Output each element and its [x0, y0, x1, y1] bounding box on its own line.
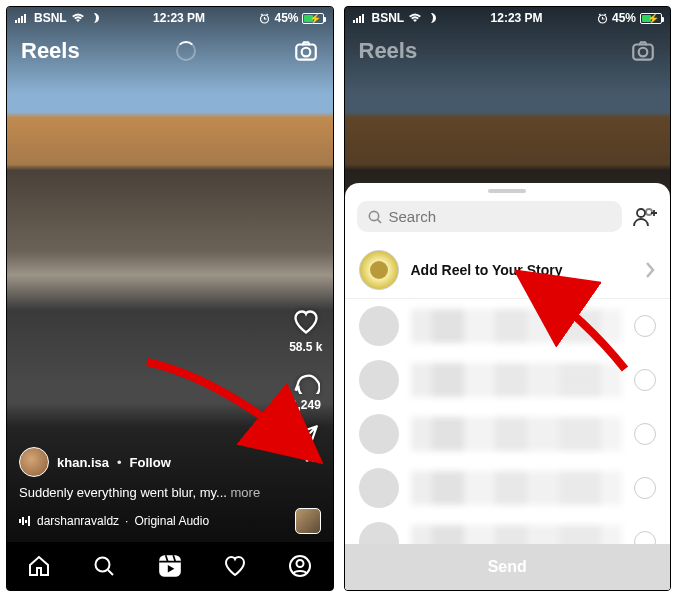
caption-more-button[interactable]: more: [231, 485, 261, 500]
nav-home-icon[interactable]: [27, 554, 51, 578]
svg-point-25: [369, 211, 378, 220]
bottom-nav: [7, 542, 333, 590]
contact-name-redacted: [411, 525, 623, 544]
sheet-drag-handle[interactable]: [488, 189, 526, 193]
comment-icon: [292, 366, 320, 394]
svg-rect-3: [24, 14, 26, 23]
send-button[interactable]: Send: [345, 544, 671, 590]
svg-rect-1: [18, 18, 20, 23]
create-group-icon[interactable]: [632, 206, 658, 228]
contact-select-radio[interactable]: [634, 369, 656, 391]
svg-point-24: [639, 48, 648, 57]
contact-select-radio[interactable]: [634, 477, 656, 499]
audio-user: darshanravaldz: [37, 514, 119, 528]
heart-icon: [292, 308, 320, 336]
search-input-container[interactable]: [357, 201, 623, 232]
status-bar: BSNL 12:23 PM 45% ⚡: [7, 7, 333, 29]
svg-rect-13: [28, 516, 30, 526]
svg-point-6: [301, 48, 310, 57]
wifi-icon: [408, 13, 422, 23]
reels-header-dimmed: Reels: [345, 31, 671, 71]
contacts-list[interactable]: [345, 299, 671, 544]
contact-row[interactable]: [345, 515, 671, 544]
carrier-label: BSNL: [372, 11, 405, 25]
send-label: Send: [488, 558, 527, 576]
svg-rect-21: [362, 14, 364, 23]
nav-activity-icon[interactable]: [223, 554, 247, 578]
post-meta: khan.isa • Follow Suddenly everything we…: [19, 447, 321, 534]
author-avatar[interactable]: [19, 447, 49, 477]
svg-rect-11: [22, 517, 24, 525]
battery-pct-label: 45%: [612, 11, 636, 25]
reels-header: Reels: [7, 31, 333, 71]
do-not-disturb-icon: [426, 13, 436, 23]
wifi-icon: [71, 13, 85, 23]
search-icon: [367, 209, 383, 225]
contact-select-radio[interactable]: [634, 315, 656, 337]
clock-label: 12:23 PM: [153, 11, 205, 25]
battery-icon: ⚡: [302, 13, 324, 24]
action-rail: 58.5 k 1,249: [289, 308, 322, 450]
contact-avatar: [359, 414, 399, 454]
svg-point-27: [646, 209, 652, 215]
phone-right-share: BSNL 12:23 PM 45% ⚡ Reels Add Reel to Yo…: [344, 6, 672, 591]
contact-avatar: [359, 468, 399, 508]
svg-rect-0: [15, 20, 17, 23]
page-title: Reels: [21, 38, 80, 64]
battery-pct-label: 45%: [274, 11, 298, 25]
nav-profile-icon[interactable]: [288, 554, 312, 578]
audio-thumbnail[interactable]: [295, 508, 321, 534]
add-to-story-label: Add Reel to Your Story: [411, 262, 633, 278]
contact-row[interactable]: [345, 299, 671, 353]
like-button[interactable]: 58.5 k: [289, 308, 322, 354]
comment-button[interactable]: 1,249: [291, 366, 321, 412]
contact-avatar: [359, 522, 399, 544]
svg-rect-19: [356, 18, 358, 23]
signal-icon: [353, 13, 368, 23]
comment-count: 1,249: [291, 398, 321, 412]
clock-label: 12:23 PM: [491, 11, 543, 25]
svg-rect-18: [353, 20, 355, 23]
page-title: Reels: [359, 38, 418, 64]
battery-icon: ⚡: [640, 13, 662, 24]
carrier-label: BSNL: [34, 11, 67, 25]
add-to-story-row[interactable]: Add Reel to Your Story: [345, 242, 671, 299]
contact-row[interactable]: [345, 353, 671, 407]
svg-rect-12: [25, 520, 27, 523]
camera-icon: [630, 38, 656, 64]
svg-rect-15: [159, 555, 181, 577]
follow-button[interactable]: Follow: [130, 455, 171, 470]
chevron-right-icon: [644, 261, 656, 279]
svg-rect-20: [359, 16, 361, 23]
nav-search-icon[interactable]: [92, 554, 116, 578]
audio-bars-icon: [19, 515, 31, 527]
separator-dot: •: [117, 455, 122, 470]
contact-row[interactable]: [345, 407, 671, 461]
contact-name-redacted: [411, 309, 623, 343]
post-caption: Suddenly everything went blur, my... mor…: [19, 485, 321, 500]
svg-point-17: [297, 560, 304, 567]
share-sheet: Add Reel to Your Story Send: [345, 183, 671, 590]
camera-icon[interactable]: [293, 38, 319, 64]
contact-select-radio[interactable]: [634, 531, 656, 544]
story-avatar-icon: [359, 250, 399, 290]
audio-track: Original Audio: [134, 514, 209, 528]
do-not-disturb-icon: [89, 13, 99, 23]
like-count: 58.5 k: [289, 340, 322, 354]
alarm-icon: [259, 13, 270, 24]
svg-rect-10: [19, 519, 21, 523]
contact-row[interactable]: [345, 461, 671, 515]
phone-left-reels: BSNL 12:23 PM 45% ⚡ Reels 58.5 k 1,249: [6, 6, 334, 591]
contact-avatar: [359, 360, 399, 400]
contact-name-redacted: [411, 363, 623, 397]
status-bar: BSNL 12:23 PM 45% ⚡: [345, 7, 671, 29]
contact-select-radio[interactable]: [634, 423, 656, 445]
search-input[interactable]: [389, 208, 613, 225]
contact-name-redacted: [411, 471, 623, 505]
audio-info[interactable]: darshanravaldz · Original Audio: [19, 514, 209, 528]
svg-point-26: [637, 209, 645, 217]
nav-reels-icon[interactable]: [157, 553, 183, 579]
svg-rect-2: [21, 16, 23, 23]
contact-avatar: [359, 306, 399, 346]
author-username[interactable]: khan.isa: [57, 455, 109, 470]
